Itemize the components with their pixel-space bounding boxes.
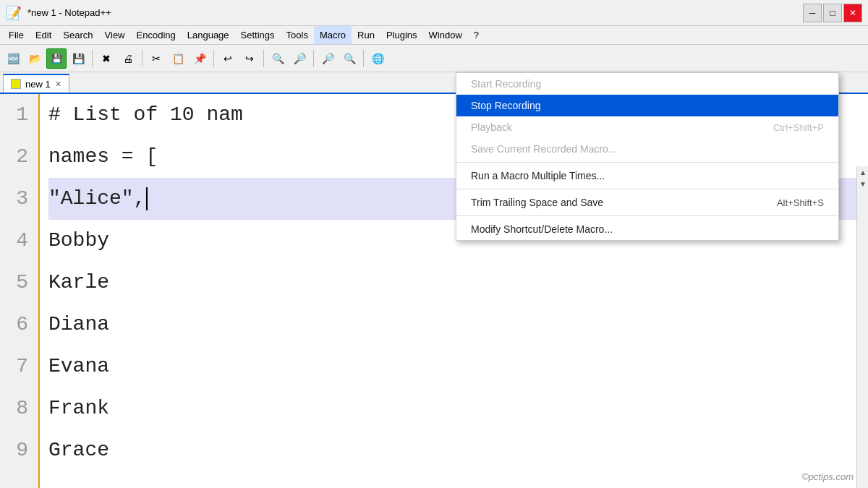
menu-sep-2 [456, 189, 838, 189]
toolbar: 🆕 📂 💾 💾 ✖ 🖨 ✂ 📋 📌 ↩ ↪ 🔍 🔎 🔎 🔍 🌐 [0, 45, 868, 72]
run-multiple-label: Run a Macro Multiple Times... [471, 170, 605, 181]
code-text-1: # List of 10 nam [48, 100, 243, 130]
line-num-8: 8 [0, 388, 33, 429]
toolbar-close[interactable]: ✖ [96, 48, 116, 69]
menu-language[interactable]: Language [182, 26, 235, 44]
menu-settings[interactable]: Settings [235, 26, 281, 44]
code-text-5: Karle [48, 268, 109, 298]
toolbar-copy[interactable]: 📋 [168, 48, 188, 69]
toolbar-cut[interactable]: ✂ [146, 48, 166, 69]
code-line-9: Grace [48, 429, 868, 471]
scroll-up[interactable]: ▲ [857, 166, 868, 178]
tab-icon [11, 79, 21, 89]
code-text-3: "Alice", [48, 184, 145, 214]
toolbar-find[interactable]: 🔍 [268, 48, 288, 69]
tab-new1[interactable]: new 1 ✕ [3, 74, 69, 93]
code-text-6: Diana [48, 310, 109, 340]
menu-run[interactable]: Run [352, 26, 380, 44]
line-numbers: 1 2 3 4 5 6 7 8 9 [0, 94, 40, 488]
code-text-7: Evana [48, 352, 109, 382]
code-line-6: Diana [48, 304, 868, 346]
toolbar-save-all[interactable]: 💾 [68, 48, 88, 69]
toolbar-paste[interactable]: 📌 [190, 48, 210, 69]
toolbar-new[interactable]: 🆕 [3, 48, 23, 69]
menu-modify-shortcut[interactable]: Modify Shortcut/Delete Macro... [456, 218, 838, 240]
toolbar-extra[interactable]: 🌐 [367, 48, 388, 69]
toolbar-replace[interactable]: 🔎 [289, 48, 310, 69]
stop-recording-label: Stop Recording [471, 100, 541, 111]
toolbar-redo[interactable]: ↪ [239, 48, 260, 69]
line-num-4: 4 [0, 220, 33, 262]
title-bar: 📝 *new 1 - Notepad++ ─ □ ✕ [0, 0, 868, 26]
toolbar-save[interactable]: 💾 [46, 48, 67, 69]
menu-playback[interactable]: Playback Ctrl+Shift+P [456, 116, 838, 138]
code-text-4: Bobby [48, 226, 109, 256]
toolbar-print[interactable]: 🖨 [118, 48, 138, 69]
code-text-8: Frank [48, 394, 109, 424]
toolbar-sep-2 [142, 50, 142, 67]
trim-trailing-shortcut: Alt+Shift+S [777, 197, 824, 208]
line-num-5: 5 [0, 262, 33, 304]
toolbar-zoom-in[interactable]: 🔎 [318, 48, 338, 69]
tab-close[interactable]: ✕ [55, 80, 61, 89]
toolbar-open[interactable]: 📂 [25, 48, 45, 69]
code-line-5: Karle [48, 262, 868, 304]
toolbar-undo[interactable]: ↩ [218, 48, 238, 69]
menu-view[interactable]: View [99, 26, 131, 44]
menu-save-recorded-macro[interactable]: Save Current Recorded Macro... [456, 138, 838, 160]
line-num-9: 9 [0, 429, 33, 471]
toolbar-sep-3 [213, 50, 214, 67]
menu-bar: File Edit Search View Encoding Language … [0, 26, 868, 45]
menu-tools[interactable]: Tools [281, 26, 314, 44]
title-text: *new 1 - Notepad++ [27, 7, 797, 18]
trim-trailing-label: Trim Trailing Space and Save [471, 197, 603, 208]
menu-run-multiple[interactable]: Run a Macro Multiple Times... [456, 165, 838, 187]
maximize-button[interactable]: □ [823, 4, 842, 22]
toolbar-sep-6 [363, 50, 364, 67]
close-button[interactable]: ✕ [843, 4, 862, 22]
toolbar-sep-4 [263, 50, 264, 67]
minimize-button[interactable]: ─ [803, 4, 822, 22]
line-num-7: 7 [0, 346, 33, 388]
menu-file[interactable]: File [3, 26, 30, 44]
toolbar-sep-5 [313, 50, 314, 67]
line-num-2: 2 [0, 136, 33, 178]
code-text-2: names = [ [48, 142, 158, 172]
playback-label: Playback [471, 121, 512, 133]
line-num-6: 6 [0, 304, 33, 346]
modify-shortcut-label: Modify Shortcut/Delete Macro... [471, 223, 613, 235]
toolbar-zoom-out[interactable]: 🔍 [339, 48, 359, 69]
line-num-3: 3 [0, 178, 33, 220]
menu-window[interactable]: Window [423, 26, 468, 44]
menu-macro[interactable]: Macro [314, 26, 352, 44]
cursor [146, 187, 148, 210]
menu-sep-3 [456, 215, 838, 216]
code-text-9: Grace [48, 436, 109, 466]
menu-start-recording[interactable]: Start Recording [456, 73, 838, 95]
menu-sep-1 [456, 162, 838, 163]
menu-help[interactable]: ? [468, 26, 485, 44]
app-icon: 📝 [6, 5, 22, 21]
watermark: ©pctips.com [801, 471, 854, 482]
menu-plugins[interactable]: Plugins [380, 26, 423, 44]
save-recorded-macro-label: Save Current Recorded Macro... [471, 143, 617, 155]
start-recording-label: Start Recording [471, 78, 541, 90]
menu-stop-recording[interactable]: Stop Recording [456, 95, 838, 116]
menu-encoding[interactable]: Encoding [131, 26, 182, 44]
menu-search[interactable]: Search [57, 26, 98, 44]
toolbar-sep-1 [92, 50, 93, 67]
scrollbar: ▲ ▼ [856, 166, 868, 488]
macro-dropdown-menu: Start Recording Stop Recording Playback … [456, 72, 839, 241]
code-line-8: Frank [48, 388, 868, 429]
menu-trim-trailing[interactable]: Trim Trailing Space and Save Alt+Shift+S [456, 192, 838, 213]
menu-edit[interactable]: Edit [30, 26, 57, 44]
code-line-7: Evana [48, 346, 868, 388]
scroll-down[interactable]: ▼ [857, 178, 868, 189]
win-controls: ─ □ ✕ [803, 4, 862, 22]
playback-shortcut: Ctrl+Shift+P [773, 122, 824, 133]
tab-label: new 1 [25, 79, 51, 90]
line-num-1: 1 [0, 94, 33, 136]
